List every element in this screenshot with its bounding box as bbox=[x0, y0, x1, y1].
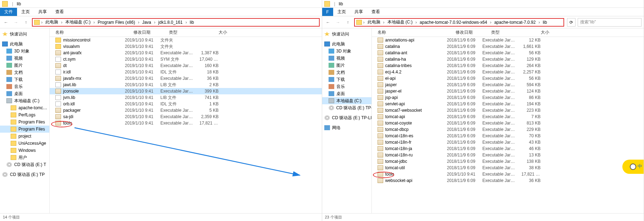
file-row[interactable]: annotations-api2018/11/9 6:09Executable … bbox=[372, 37, 644, 43]
file-row[interactable]: servlet-api2018/11/9 6:09Executable Jar … bbox=[372, 101, 644, 107]
tab-view[interactable]: 查看 bbox=[51, 8, 68, 16]
nav-item[interactable]: project bbox=[0, 133, 49, 140]
file-row[interactable]: tomcat7-websocket2018/11/9 6:09Executabl… bbox=[372, 107, 644, 114]
file-row[interactable]: tomcat-i18n-fr2018/11/9 6:09Executable J… bbox=[372, 139, 644, 145]
breadcrumb-segment[interactable]: Java bbox=[141, 20, 153, 25]
nav-item[interactable]: 快速访问 bbox=[0, 31, 49, 38]
tab-share[interactable]: 共享 bbox=[34, 8, 51, 16]
file-row[interactable]: javafx-mx2019/1/10 9:41Executable Jar Fi… bbox=[50, 75, 322, 82]
file-row[interactable]: tomcat-api2018/11/9 6:09Executable Jar F… bbox=[372, 114, 644, 120]
file-row[interactable]: tools2019/1/10 9:41Executable Jar File17… bbox=[50, 120, 322, 126]
breadcrumb-segment[interactable]: Program Files (x86) bbox=[96, 20, 136, 25]
col-name[interactable]: 名称 bbox=[53, 29, 131, 35]
nav-item[interactable]: CD 驱动器 (E:) TP bbox=[0, 171, 49, 178]
tab-home[interactable]: 主页 bbox=[333, 8, 350, 16]
nav-item[interactable]: apache-tomc… bbox=[0, 104, 49, 111]
file-row[interactable]: ct.sym2019/1/10 9:41SYM 文件17,040 KB bbox=[50, 56, 322, 62]
breadcrumb-segment[interactable]: 本地磁盘 (C:) bbox=[64, 19, 92, 25]
file-row[interactable]: orb.idl2019/1/10 9:41IDL 文件1 KB bbox=[50, 101, 322, 107]
nav-back-button[interactable]: ← bbox=[2, 18, 10, 26]
nav-item[interactable]: Windows bbox=[0, 147, 49, 154]
nav-item[interactable]: CD 驱动器 (E:) TP- bbox=[322, 104, 371, 111]
file-list[interactable]: annotations-api2018/11/9 6:09Executable … bbox=[372, 37, 644, 213]
nav-item[interactable]: 文档 bbox=[322, 69, 371, 76]
col-size[interactable]: 大小 bbox=[205, 29, 230, 35]
navigation-pane[interactable]: 快速访问此电脑3D 对象视频图片文档下载音乐桌面本地磁盘 (C:)apache-… bbox=[0, 28, 50, 213]
nav-item[interactable]: 3D 对象 bbox=[0, 48, 49, 55]
file-row[interactable]: dt2019/1/10 9:41Executable Jar File160 K… bbox=[50, 62, 322, 69]
breadcrumb-segment[interactable]: 此电脑 bbox=[44, 19, 60, 25]
nav-item[interactable]: 本地磁盘 (C:) bbox=[322, 97, 371, 104]
file-row[interactable]: ecj-4.4.22018/11/9 6:09Executable Jar Fi… bbox=[372, 69, 644, 75]
file-row[interactable]: catalina-ha2018/11/9 6:09Executable Jar … bbox=[372, 56, 644, 62]
search-input[interactable]: 搜索"lib" bbox=[578, 18, 642, 27]
nav-forward-button[interactable]: → bbox=[334, 18, 342, 26]
breadcrumb[interactable]: ›此电脑›本地磁盘 (C:)›apache-tomcat-7.0.92-wind… bbox=[354, 18, 565, 27]
file-row[interactable]: el-api2018/11/9 6:09Executable Jar File5… bbox=[372, 75, 644, 82]
breadcrumb-segment[interactable]: lib bbox=[188, 20, 196, 25]
column-headers[interactable]: 名称 修改日期 类型 大小 bbox=[372, 28, 644, 37]
nav-item[interactable]: 此电脑 bbox=[0, 40, 49, 48]
nav-item[interactable]: 桌面 bbox=[322, 90, 371, 97]
navigation-pane[interactable]: 快速访问此电脑3D 对象视频图片文档下载音乐桌面本地磁盘 (C:)CD 驱动器 … bbox=[322, 28, 372, 213]
file-row[interactable]: jconsole2019/1/10 9:41Executable Jar Fil… bbox=[50, 88, 322, 94]
col-type[interactable]: 类型 bbox=[166, 29, 205, 35]
file-row[interactable]: catalina-tribes2018/11/9 6:09Executable … bbox=[372, 62, 644, 69]
nav-item[interactable]: 视频 bbox=[322, 55, 371, 62]
nav-item[interactable]: 图片 bbox=[322, 62, 371, 69]
nav-item[interactable]: 文档 bbox=[0, 69, 49, 76]
column-headers[interactable]: 名称 修改日期 类型 大小 bbox=[50, 28, 322, 37]
file-row[interactable]: jasper2018/11/9 6:09Executable Jar File5… bbox=[372, 82, 644, 88]
nav-item[interactable]: 此电脑 bbox=[322, 40, 371, 48]
col-date[interactable]: 修改日期 bbox=[453, 29, 488, 35]
file-row[interactable]: ir.idl2019/1/10 9:41IDL 文件18 KB bbox=[50, 69, 322, 75]
breadcrumb-segment[interactable]: apache-tomcat-7.0.92-windows-x64 bbox=[418, 20, 489, 25]
file-row[interactable]: tools2019/1/10 9:41Executable Jar File17… bbox=[372, 171, 644, 177]
breadcrumb[interactable]: ›此电脑›本地磁盘 (C:)›Program Files (x86)›Java›… bbox=[32, 18, 320, 27]
nav-item[interactable]: 视频 bbox=[0, 55, 49, 62]
breadcrumb-segment[interactable]: jdk1.8.0_161 bbox=[157, 20, 184, 25]
nav-back-button[interactable]: ← bbox=[324, 18, 332, 26]
nav-item[interactable]: 图片 bbox=[0, 62, 49, 69]
file-row[interactable]: tomcat-util2018/11/9 6:09Executable Jar … bbox=[372, 165, 644, 171]
tab-view[interactable]: 查看 bbox=[367, 8, 384, 16]
file-row[interactable]: jsp-api2018/11/9 6:09Executable Jar File… bbox=[372, 94, 644, 101]
nav-item[interactable]: CD 驱动器 (E:) T bbox=[0, 161, 49, 168]
nav-up-button[interactable]: ↑ bbox=[22, 18, 30, 26]
nav-item[interactable]: 快速访问 bbox=[322, 31, 371, 38]
tab-file[interactable]: 文件 bbox=[0, 8, 17, 16]
nav-item[interactable]: 桌面 bbox=[0, 90, 49, 97]
breadcrumb-segment[interactable]: 此电脑 bbox=[366, 19, 382, 25]
file-row[interactable]: jvm.lib2019/1/10 9:41LIB 文件741 KB bbox=[50, 94, 322, 101]
file-row[interactable]: tomcat-dbcp2018/11/9 6:09Executable Jar … bbox=[372, 126, 644, 133]
file-list[interactable]: missioncontrol2019/1/10 9:41文件夹visualvm2… bbox=[50, 37, 322, 213]
col-size[interactable]: 大小 bbox=[527, 29, 552, 35]
nav-item[interactable]: 本地磁盘 (C:) bbox=[0, 97, 49, 104]
file-row[interactable]: websocket-api2018/11/9 6:09Executable Ja… bbox=[372, 177, 644, 184]
file-row[interactable]: ant-javafx2019/1/10 9:41Executable Jar F… bbox=[50, 50, 322, 56]
file-row[interactable]: catalina2018/11/9 6:09Executable Jar Fil… bbox=[372, 43, 644, 50]
nav-item[interactable]: PerfLogs bbox=[0, 111, 49, 118]
nav-item[interactable]: 3D 对象 bbox=[322, 48, 371, 55]
file-row[interactable]: tomcat-i18n-ja2018/11/9 6:09Executable J… bbox=[372, 145, 644, 152]
refresh-button[interactable]: ⟳ bbox=[567, 18, 576, 27]
file-row[interactable]: tomcat-i18n-ru2018/11/9 6:09Executable J… bbox=[372, 152, 644, 158]
nav-item[interactable]: 下载 bbox=[322, 76, 371, 83]
nav-item[interactable]: 用户 bbox=[0, 154, 49, 161]
nav-item[interactable]: 音乐 bbox=[0, 83, 49, 90]
file-row[interactable]: catalina-ant2018/11/9 6:09Executable Jar… bbox=[372, 50, 644, 56]
file-row[interactable]: packager2019/1/10 9:41Executable Jar Fil… bbox=[50, 107, 322, 114]
file-row[interactable]: jasper-el2018/11/9 6:09Executable Jar Fi… bbox=[372, 88, 644, 94]
file-row[interactable]: tomcat-jdbc2018/11/9 6:09Executable Jar … bbox=[372, 158, 644, 165]
tab-file[interactable]: F bbox=[322, 8, 333, 16]
nav-item[interactable]: Program Files bbox=[0, 118, 49, 126]
nav-up-button[interactable]: ↑ bbox=[344, 18, 352, 26]
tab-share[interactable]: 共享 bbox=[350, 8, 367, 16]
ime-widget[interactable]: 中 bbox=[622, 160, 644, 174]
nav-item[interactable]: 音乐 bbox=[322, 83, 371, 90]
file-row[interactable]: tomcat-i18n-es2018/11/9 6:09Executable J… bbox=[372, 133, 644, 139]
file-row[interactable]: sa-jdi2019/1/10 9:41Executable Jar File2… bbox=[50, 114, 322, 120]
breadcrumb-segment[interactable]: lib bbox=[541, 20, 549, 25]
nav-item[interactable]: UniAccessAge bbox=[0, 140, 49, 147]
nav-item[interactable]: 下载 bbox=[0, 76, 49, 83]
